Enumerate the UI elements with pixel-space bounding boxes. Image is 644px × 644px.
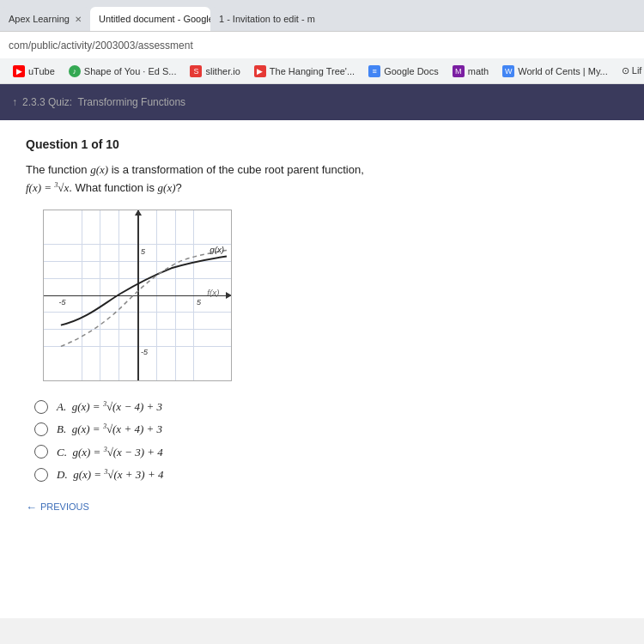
bookmark-worldofcents-label: World of Cents | My...: [518, 66, 608, 76]
graph-svg: g(x) f(x): [44, 210, 231, 380]
tab-invitation-label: 1 - Invitation to edit - m: [219, 14, 315, 24]
radio-b[interactable]: [34, 422, 48, 436]
tab-apex-label: Apex Learning: [9, 14, 70, 24]
bookmark-googledocs[interactable]: ≡ Google Docs: [362, 63, 445, 80]
tab-invitation[interactable]: 1 - Invitation to edit - m: [210, 7, 324, 31]
question-text: The function g(x) is a transformation of…: [26, 161, 618, 197]
bookmark-shape-label: Shape of You · Ed S...: [84, 66, 177, 76]
tab-apex-close[interactable]: ✕: [75, 15, 82, 24]
radio-a[interactable]: [34, 400, 48, 414]
bookmark-more-label: ⊙ Lif: [622, 65, 642, 76]
fx-label: f(x): [207, 288, 219, 297]
breadcrumb-icon: ↑: [12, 96, 17, 108]
bookmark-shape-icon: ♪: [69, 65, 81, 77]
apex-nav: ↑ 2.3.3 Quiz: Transforming Functions: [0, 84, 644, 120]
answer-option-a: A. g(x) = 3√(x − 4) + 3: [34, 400, 618, 414]
tab-googledoc-label: Untitled document - Google Doc: [99, 14, 210, 24]
prev-arrow-icon: ←: [26, 501, 37, 513]
bookmark-math[interactable]: M math: [447, 63, 495, 80]
bookmark-googledocs-label: Google Docs: [384, 66, 439, 76]
answer-option-c: C. g(x) = 3√(x − 3) + 4: [34, 445, 618, 459]
bookmark-more[interactable]: ⊙ Lif: [616, 63, 644, 79]
bookmark-slither-icon: S: [190, 65, 202, 77]
tab-apex[interactable]: Apex Learning ✕: [0, 7, 90, 31]
browser-chrome: Apex Learning ✕ Untitled document - Goog…: [0, 0, 644, 84]
tab-bar: Apex Learning ✕ Untitled document - Goog…: [0, 0, 644, 31]
fx-curve: [61, 250, 227, 346]
gx-label: g(x): [210, 245, 224, 254]
answers: A. g(x) = 3√(x − 4) + 3 B. g(x) = 3√(x +…: [34, 400, 618, 482]
bookmark-hanging-icon: ▶: [254, 65, 266, 77]
radio-c[interactable]: [34, 445, 48, 459]
tab-googledoc[interactable]: Untitled document - Google Doc ✕: [90, 7, 210, 31]
previous-button[interactable]: ← PREVIOUS: [26, 501, 89, 513]
bookmark-worldofcents-icon: W: [502, 65, 514, 77]
bookmark-googledocs-icon: ≡: [368, 65, 380, 77]
previous-label: PREVIOUS: [40, 501, 89, 512]
bookmarks-bar: ▶ uTube ♪ Shape of You · Ed S... S slith…: [0, 58, 644, 84]
gx-curve: [61, 256, 227, 325]
bookmark-worldofcents[interactable]: W World of Cents | My...: [496, 63, 614, 80]
bookmark-slither-label: slither.io: [205, 66, 240, 76]
bookmark-youtube[interactable]: ▶ uTube: [7, 63, 61, 80]
address-url: com/public/activity/2003003/assessment: [9, 39, 193, 52]
answer-option-d: D. g(x) = 3√(x + 3) + 4: [34, 468, 618, 482]
bookmark-youtube-icon: ▶: [13, 65, 25, 77]
graph-container: 5 -5 5 -5 g(x) f(x): [43, 210, 232, 381]
answer-a-label: A. g(x) = 3√(x − 4) + 3: [57, 400, 162, 414]
breadcrumb: ↑ 2.3.3 Quiz: Transforming Functions: [12, 96, 185, 108]
answer-c-label: C. g(x) = 3√(x − 3) + 4: [57, 445, 163, 459]
bookmark-hanging-label: The Hanging Tree'...: [270, 66, 355, 76]
breadcrumb-section: 2.3.3 Quiz: Transforming Functions: [22, 96, 185, 108]
answer-b-label: B. g(x) = 3√(x + 4) + 3: [57, 422, 162, 436]
radio-d[interactable]: [34, 468, 48, 482]
answer-option-b: B. g(x) = 3√(x + 4) + 3: [34, 422, 618, 436]
main-content: Question 1 of 10 The function g(x) is a …: [0, 120, 644, 618]
bookmark-hanging[interactable]: ▶ The Hanging Tree'...: [248, 63, 361, 80]
question-text-part2: f(x) = 3√x. What function is g(x)?: [26, 181, 182, 194]
bookmark-shape[interactable]: ♪ Shape of You · Ed S...: [63, 63, 183, 80]
bookmark-slither[interactable]: S slither.io: [184, 63, 246, 80]
graph-inner: 5 -5 5 -5 g(x) f(x): [44, 210, 231, 380]
bookmark-math-label: math: [468, 66, 489, 76]
address-bar[interactable]: com/public/activity/2003003/assessment: [0, 31, 644, 58]
question-text-part1: The function g(x) is a transformation of…: [26, 163, 364, 176]
question-label: Question 1 of 10: [26, 137, 618, 151]
answer-d-label: D. g(x) = 3√(x + 3) + 4: [57, 468, 163, 482]
bookmark-youtube-label: uTube: [28, 66, 55, 76]
bookmark-math-icon: M: [453, 65, 465, 77]
